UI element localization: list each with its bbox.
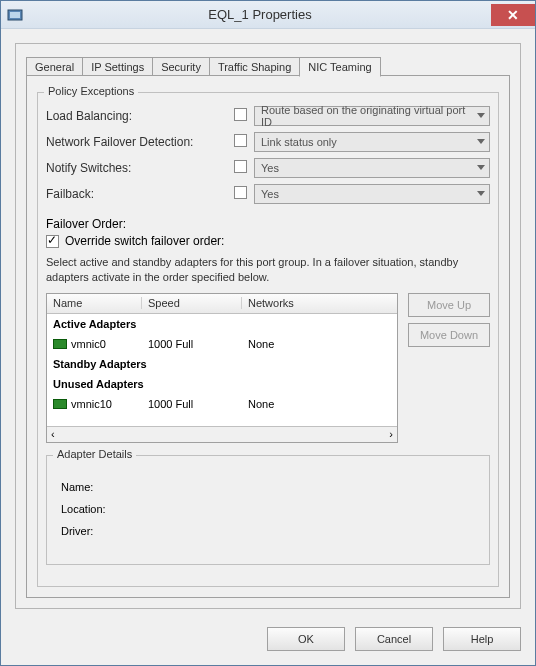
adapter-row-vmnic0[interactable]: vmnic0 1000 Full None — [47, 334, 397, 354]
failback-select[interactable]: Yes — [254, 184, 490, 204]
detail-driver-row: Driver: — [55, 520, 481, 542]
load-balancing-select[interactable]: Route based on the originating virtual p… — [254, 106, 490, 126]
titlebar: EQL_1 Properties ✕ — [1, 1, 535, 29]
nic-icon — [53, 399, 67, 409]
tab-nic-teaming[interactable]: NIC Teaming — [299, 57, 380, 77]
adapter-list-hscroll[interactable]: ‹ › — [47, 426, 397, 442]
detail-location-label: Location: — [61, 503, 131, 515]
notify-switches-label: Notify Switches: — [46, 161, 226, 175]
nic-icon — [53, 339, 67, 349]
category-standby[interactable]: Standby Adapters — [47, 354, 397, 374]
tab-security[interactable]: Security — [152, 57, 209, 77]
adapter-side-buttons: Move Up Move Down — [398, 293, 490, 443]
override-label: Override switch failover order: — [65, 234, 224, 248]
failover-detection-checkbox[interactable] — [234, 134, 247, 147]
adapter-details-group: Adapter Details Name: Location: Driver: — [46, 455, 490, 565]
adapter-row-vmnic10[interactable]: vmnic10 1000 Full None — [47, 394, 397, 414]
override-checkbox[interactable] — [46, 235, 59, 248]
window-title: EQL_1 Properties — [29, 7, 491, 22]
notify-switches-checkbox[interactable] — [234, 160, 247, 173]
col-networks[interactable]: Networks — [242, 297, 397, 309]
close-icon: ✕ — [507, 7, 519, 23]
adapter-list-body: Active Adapters vmnic0 1000 Full None St… — [47, 314, 397, 426]
content-panel: General IP Settings Security Traffic Sha… — [15, 43, 521, 609]
row-failback: Failback: Yes — [46, 181, 490, 207]
cancel-button[interactable]: Cancel — [355, 627, 433, 651]
tab-page: Policy Exceptions Load Balancing: Route … — [26, 75, 510, 598]
notify-switches-select[interactable]: Yes — [254, 158, 490, 178]
col-speed[interactable]: Speed — [142, 297, 242, 309]
load-balancing-label: Load Balancing: — [46, 109, 226, 123]
policy-exceptions-group: Policy Exceptions Load Balancing: Route … — [37, 92, 499, 587]
adapter-list[interactable]: Name Speed Networks Active Adapters vmni… — [46, 293, 398, 443]
row-failover-detection: Network Failover Detection: Link status … — [46, 129, 490, 155]
scroll-right-icon[interactable]: › — [389, 428, 393, 440]
policy-exceptions-legend: Policy Exceptions — [44, 85, 138, 97]
tab-ip-settings[interactable]: IP Settings — [82, 57, 152, 77]
row-load-balancing: Load Balancing: Route based on the origi… — [46, 103, 490, 129]
properties-window: EQL_1 Properties ✕ General IP Settings S… — [0, 0, 536, 666]
svg-rect-1 — [10, 12, 20, 18]
adapter-list-header: Name Speed Networks — [47, 294, 397, 314]
failback-checkbox[interactable] — [234, 186, 247, 199]
close-button[interactable]: ✕ — [491, 4, 535, 26]
scroll-left-icon[interactable]: ‹ — [51, 428, 55, 440]
failover-order-label: Failover Order: — [46, 217, 490, 231]
row-notify-switches: Notify Switches: Yes — [46, 155, 490, 181]
help-button[interactable]: Help — [443, 627, 521, 651]
failover-help-text: Select active and standby adapters for t… — [46, 255, 490, 285]
adapter-details-legend: Adapter Details — [53, 448, 136, 460]
dialog-footer: OK Cancel Help — [1, 617, 535, 665]
failback-label: Failback: — [46, 187, 226, 201]
col-name[interactable]: Name — [47, 297, 142, 309]
row-override: Override switch failover order: — [46, 231, 490, 251]
detail-name-label: Name: — [61, 481, 131, 493]
load-balancing-checkbox[interactable] — [234, 108, 247, 121]
category-unused[interactable]: Unused Adapters — [47, 374, 397, 394]
failover-detection-select[interactable]: Link status only — [254, 132, 490, 152]
ok-button[interactable]: OK — [267, 627, 345, 651]
move-up-button[interactable]: Move Up — [408, 293, 490, 317]
client-area: General IP Settings Security Traffic Sha… — [1, 29, 535, 617]
app-icon — [7, 7, 23, 23]
failover-detection-label: Network Failover Detection: — [46, 135, 226, 149]
detail-driver-label: Driver: — [61, 525, 131, 537]
move-down-button[interactable]: Move Down — [408, 323, 490, 347]
category-active[interactable]: Active Adapters — [47, 314, 397, 334]
tab-strip: General IP Settings Security Traffic Sha… — [26, 54, 510, 76]
tab-traffic-shaping[interactable]: Traffic Shaping — [209, 57, 299, 77]
adapter-list-area: Name Speed Networks Active Adapters vmni… — [46, 293, 490, 443]
detail-name-row: Name: — [55, 476, 481, 498]
tab-general[interactable]: General — [26, 57, 82, 77]
detail-location-row: Location: — [55, 498, 481, 520]
